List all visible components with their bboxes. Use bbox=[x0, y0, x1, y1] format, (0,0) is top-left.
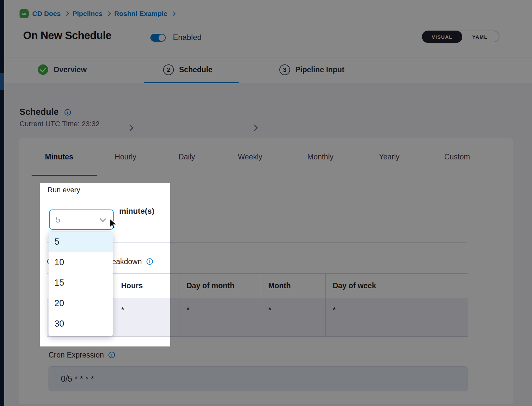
interval-dropdown-menu: 5 10 15 20 30 bbox=[49, 232, 113, 336]
left-nav-strip bbox=[0, 0, 4, 406]
chevron-right-icon bbox=[64, 11, 69, 16]
tab-weekly[interactable]: Weekly bbox=[235, 153, 265, 161]
step-number-badge: 2 bbox=[163, 64, 174, 75]
table-header-month: Month bbox=[261, 274, 326, 298]
tab-yearly[interactable]: Yearly bbox=[376, 153, 402, 161]
step-label: Schedule bbox=[179, 65, 212, 74]
tab-daily[interactable]: Daily bbox=[176, 153, 197, 161]
tab-monthly[interactable]: Monthly bbox=[303, 153, 338, 161]
breadcrumb-pipeline-name[interactable]: Roshni Example bbox=[114, 10, 167, 18]
step-label: Overview bbox=[53, 65, 87, 74]
left-nav-active-indicator[interactable] bbox=[0, 73, 4, 90]
chevron-right-icon bbox=[251, 125, 258, 131]
run-every-label: Run every bbox=[48, 186, 80, 194]
cron-expression-label: Cron Expression bbox=[49, 351, 115, 359]
breadcrumb: ∞ CD Docs Pipelines Roshni Example bbox=[20, 9, 175, 18]
breadcrumb-pipelines[interactable]: Pipelines bbox=[73, 10, 103, 18]
step-label: Pipeline Input bbox=[295, 65, 344, 74]
yaml-toggle-button[interactable]: YAML bbox=[461, 31, 499, 42]
step-schedule[interactable]: 2 Schedule bbox=[163, 64, 212, 75]
info-icon[interactable] bbox=[108, 352, 115, 358]
cron-expression-input[interactable] bbox=[49, 366, 468, 391]
check-circle-icon bbox=[38, 64, 48, 75]
schedule-section-heading: Schedule bbox=[20, 107, 71, 117]
dropdown-option-5[interactable]: 5 bbox=[49, 232, 113, 252]
visual-toggle-button[interactable]: VISUAL bbox=[422, 31, 462, 43]
dropdown-option-10[interactable]: 10 bbox=[49, 252, 113, 273]
tab-hourly[interactable]: Hourly bbox=[113, 153, 138, 161]
dropdown-option-20[interactable]: 20 bbox=[49, 293, 113, 314]
frequency-tabs: Minutes Hourly Daily Weekly Monthly Year… bbox=[44, 153, 473, 161]
info-icon[interactable] bbox=[64, 109, 71, 115]
enabled-toggle-label: Enabled bbox=[173, 33, 202, 42]
step-number-badge: 3 bbox=[279, 64, 290, 75]
interval-select[interactable]: 5 bbox=[49, 210, 114, 230]
table-cell-day-of-week: * bbox=[326, 298, 468, 336]
dropdown-option-30[interactable]: 30 bbox=[49, 314, 113, 334]
page-title: On New Schedule bbox=[23, 29, 111, 42]
interval-select-value: 5 bbox=[56, 215, 60, 224]
chevron-right-icon bbox=[171, 11, 175, 16]
table-header-hours: Hours bbox=[114, 274, 179, 298]
tab-custom[interactable]: Custom bbox=[441, 153, 473, 161]
table-header-day-of-month: Day of month bbox=[179, 274, 261, 298]
wizard-steps-bar: Overview 2 Schedule 3 Pipeline Input bbox=[4, 58, 532, 83]
visual-yaml-switch: VISUAL YAML bbox=[422, 31, 499, 42]
toggle-knob bbox=[159, 34, 165, 41]
table-cell-day-of-month: * bbox=[179, 298, 261, 336]
enabled-toggle[interactable] bbox=[150, 34, 166, 42]
breadcrumb-cd-docs[interactable]: CD Docs bbox=[32, 10, 61, 18]
step-overview[interactable]: Overview bbox=[38, 64, 87, 75]
chevron-right-icon bbox=[106, 11, 111, 16]
active-step-underline bbox=[144, 82, 239, 83]
chevron-right-icon bbox=[127, 125, 133, 131]
active-tab-underline bbox=[32, 175, 97, 176]
table-cell-month: * bbox=[261, 298, 326, 336]
info-icon[interactable] bbox=[147, 258, 153, 265]
interval-unit-label: minute(s) bbox=[119, 207, 154, 216]
dropdown-option-15[interactable]: 15 bbox=[49, 273, 113, 293]
cd-module-icon: ∞ bbox=[20, 9, 29, 18]
table-cell-hours: * bbox=[114, 298, 179, 336]
chevron-down-icon bbox=[100, 216, 106, 222]
table-header-day-of-week: Day of week bbox=[326, 274, 468, 298]
step-pipeline-input[interactable]: 3 Pipeline Input bbox=[279, 64, 344, 75]
tab-minutes[interactable]: Minutes bbox=[44, 153, 75, 161]
current-utc-time: Current UTC Time: 23:32 bbox=[20, 120, 100, 128]
page-header: ∞ CD Docs Pipelines Roshni Example On Ne… bbox=[4, 0, 532, 58]
